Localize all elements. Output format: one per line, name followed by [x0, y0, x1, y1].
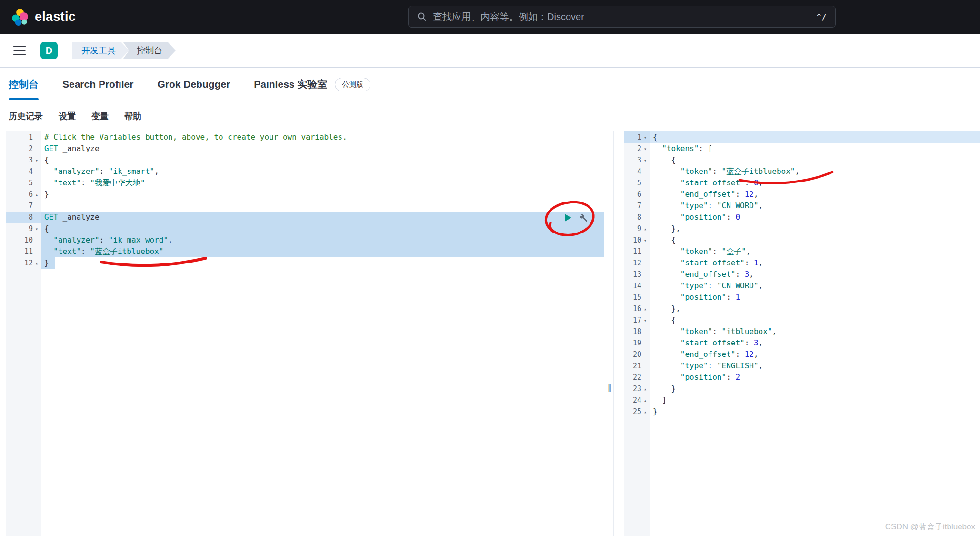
- gutter-row: 4: [6, 166, 41, 177]
- tab-grok-debugger[interactable]: Grok Debugger: [157, 68, 230, 101]
- code-token: ,: [759, 361, 763, 370]
- response-output[interactable]: { "tokens": [ { "token": "蓝盒子itbluebox",…: [650, 131, 980, 417]
- code-line[interactable]: "type": "CN_WORD",: [650, 200, 980, 212]
- line-number: 11: [24, 247, 33, 256]
- code-line[interactable]: "text": "我爱中华大地": [41, 177, 604, 189]
- gutter-row: 23▴: [624, 383, 650, 394]
- code-line[interactable]: "start_offset": 3,: [650, 337, 980, 349]
- code-token: 12: [745, 350, 754, 359]
- line-number: 23: [633, 384, 641, 393]
- code-token: }: [44, 258, 49, 267]
- code-token: :: [735, 350, 744, 359]
- line-number: 1: [29, 133, 33, 142]
- code-line[interactable]: "start_offset": 1,: [650, 257, 980, 269]
- elastic-home-link[interactable]: elastic: [11, 9, 76, 26]
- code-line[interactable]: "token": "盒子",: [650, 246, 980, 257]
- tab-search-profiler[interactable]: Search Profiler: [62, 68, 133, 101]
- code-line[interactable]: "analyzer": "ik_max_word",: [41, 234, 604, 246]
- gutter-row: 18: [624, 326, 650, 337]
- code-line[interactable]: "end_offset": 12,: [650, 349, 980, 360]
- send-request-play-button[interactable]: [563, 213, 573, 222]
- fold-toggle-icon[interactable]: ▴: [641, 409, 649, 415]
- code-line[interactable]: {: [650, 314, 980, 326]
- code-line[interactable]: },: [650, 303, 980, 314]
- code-line[interactable]: GET _analyze: [41, 212, 604, 223]
- toolbar-settings-button[interactable]: 设置: [59, 111, 76, 122]
- code-line[interactable]: {: [41, 223, 604, 234]
- code-line[interactable]: "position": 2: [650, 372, 980, 383]
- tab-painless-lab[interactable]: Painless 实验室 公测版: [254, 68, 370, 101]
- code-line[interactable]: "tokens": [: [650, 143, 980, 154]
- code-line[interactable]: "position": 0: [650, 212, 980, 223]
- code-line[interactable]: ]: [650, 394, 980, 406]
- code-token: "蓝盒子itbluebox": [722, 167, 795, 176]
- code-line[interactable]: {: [650, 234, 980, 246]
- fold-toggle-icon[interactable]: ▴: [641, 398, 649, 403]
- tab-console[interactable]: 控制台: [9, 68, 39, 101]
- code-line[interactable]: GET _analyze: [41, 143, 604, 154]
- fold-toggle-icon[interactable]: ▴: [641, 386, 649, 392]
- fold-toggle-icon[interactable]: ▾: [33, 226, 40, 232]
- code-line[interactable]: }: [650, 383, 980, 394]
- code-token: ,: [759, 281, 763, 290]
- code-token: {: [653, 315, 676, 324]
- code-line[interactable]: # Click the Variables button, above, to …: [41, 131, 604, 143]
- breadcrumb-console[interactable]: 控制台: [123, 42, 176, 59]
- code-token: [653, 270, 680, 279]
- code-token: # Click the Variables button, above, to …: [44, 132, 347, 142]
- code-line[interactable]: }: [41, 257, 604, 269]
- fold-toggle-icon[interactable]: ▾: [33, 158, 40, 163]
- wrench-icon[interactable]: [578, 213, 588, 223]
- code-token: :: [726, 293, 735, 302]
- code-token: [653, 338, 680, 347]
- fold-toggle-icon[interactable]: ▴: [33, 192, 40, 197]
- code-line[interactable]: "token": "itbluebox",: [650, 326, 980, 337]
- code-token: "type": [680, 361, 708, 370]
- code-line[interactable]: "position": 1: [650, 292, 980, 303]
- code-line[interactable]: "end_offset": 3,: [650, 269, 980, 280]
- breadcrumb-dev-tools[interactable]: 开发工具: [72, 42, 129, 59]
- fold-toggle-icon[interactable]: ▴: [641, 306, 649, 312]
- code-line[interactable]: "type": "ENGLISH",: [650, 360, 980, 372]
- code-line[interactable]: }: [650, 406, 980, 417]
- code-line[interactable]: "end_offset": 12,: [650, 189, 980, 200]
- code-token: {: [44, 155, 49, 164]
- code-token: "position": [680, 293, 726, 302]
- code-line[interactable]: {: [650, 154, 980, 166]
- code-line[interactable]: "text": "蓝盒子itbluebox": [41, 246, 604, 257]
- code-token: :: [735, 190, 744, 199]
- fold-toggle-icon[interactable]: ▴: [641, 226, 649, 232]
- code-line[interactable]: {: [41, 154, 604, 166]
- tab-grok-debugger-label: Grok Debugger: [157, 79, 230, 90]
- pane-resize-handle[interactable]: ‖: [608, 383, 611, 394]
- code-token: "end_offset": [680, 270, 736, 279]
- code-line[interactable]: "analyzer": "ik_smart",: [41, 166, 604, 177]
- code-token: "start_offset": [680, 178, 745, 187]
- gutter-row: 7: [624, 200, 650, 212]
- code-line[interactable]: "token": "蓝盒子itbluebox",: [650, 166, 980, 177]
- fold-toggle-icon[interactable]: ▾: [641, 146, 649, 152]
- code-token: ]: [653, 395, 667, 405]
- code-line[interactable]: "start_offset": 0,: [650, 177, 980, 189]
- request-editor[interactable]: # Click the Variables button, above, to …: [41, 131, 604, 269]
- fold-toggle-icon[interactable]: ▾: [641, 135, 649, 140]
- code-line[interactable]: },: [650, 223, 980, 234]
- space-avatar[interactable]: D: [40, 42, 58, 59]
- code-token: "start_offset": [680, 338, 745, 347]
- code-line[interactable]: }: [41, 189, 604, 200]
- menu-hamburger-icon[interactable]: [13, 46, 26, 55]
- toolbar-history-button[interactable]: 历史记录: [9, 111, 43, 122]
- code-token: "text": [53, 178, 81, 187]
- code-line[interactable]: "type": "CN_WORD",: [650, 280, 980, 292]
- code-line[interactable]: [41, 200, 604, 212]
- global-search-input[interactable]: 查找应用、内容等。例如：Discover ^/: [408, 6, 836, 28]
- fold-toggle-icon[interactable]: ▾: [641, 158, 649, 163]
- fold-toggle-icon[interactable]: ▴: [33, 261, 40, 266]
- code-token: :: [708, 201, 717, 210]
- toolbar-variables-button[interactable]: 变量: [91, 111, 109, 122]
- fold-toggle-icon[interactable]: ▾: [641, 318, 649, 323]
- code-token: [44, 167, 53, 176]
- code-line[interactable]: {: [650, 131, 980, 143]
- toolbar-help-button[interactable]: 帮助: [124, 111, 141, 122]
- fold-toggle-icon[interactable]: ▾: [641, 238, 649, 243]
